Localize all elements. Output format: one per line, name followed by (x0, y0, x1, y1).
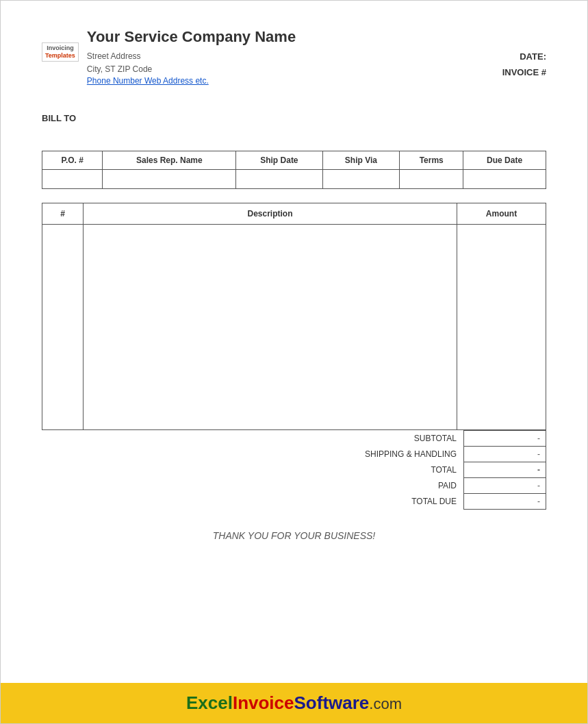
subtotal-row: SUBTOTAL - (355, 431, 546, 447)
ship-via-value[interactable] (322, 170, 400, 189)
thank-you-section: THANK YOU FOR YOUR BUSINESS! (42, 530, 546, 541)
footer-invoice: Invoice (233, 692, 294, 713)
ship-via-header: Ship Via (322, 151, 400, 170)
footer-domain: .com (369, 695, 402, 712)
invoicing-templates-logo: Invoicing Templates (42, 42, 79, 62)
info-table-data-row (42, 170, 546, 189)
date-label: DATE: (520, 51, 546, 62)
company-left: Invoicing Templates Your Service Company… (42, 28, 296, 86)
city-state-zip: City, ST ZIP Code (87, 63, 296, 76)
invoice-field: INVOICE # (502, 64, 546, 80)
paid-row: PAID - (355, 478, 546, 494)
info-table-header-row: P.O. # Sales Rep. Name Ship Date Ship Vi… (42, 151, 546, 170)
total-row: TOTAL - (355, 462, 546, 478)
total-due-row: TOTAL DUE - (355, 494, 546, 510)
shipping-label: SHIPPING & HANDLING (355, 447, 464, 462)
items-table: # Description Amount (42, 203, 546, 430)
invoice-content: Invoicing Templates Your Service Company… (1, 1, 587, 569)
ship-date-value[interactable] (236, 170, 322, 189)
items-header-row: # Description Amount (42, 203, 546, 225)
company-info: Your Service Company Name Street Address… (87, 28, 296, 86)
company-name: Your Service Company Name (87, 28, 296, 46)
header-section: Invoicing Templates Your Service Company… (42, 28, 546, 86)
terms-header: Terms (400, 151, 463, 170)
bill-to-section: BILL TO (42, 113, 546, 123)
totals-section: SUBTOTAL - SHIPPING & HANDLING - TOTAL -… (42, 430, 546, 510)
ship-date-header: Ship Date (236, 151, 322, 170)
footer-brand: ExcelInvoiceSoftware.com (186, 692, 402, 714)
thank-you-text: THANK YOU FOR YOUR BUSINESS! (42, 530, 546, 541)
footer-software: Software (294, 692, 370, 713)
sales-rep-value[interactable] (103, 170, 236, 189)
logo-invoicing: Invoicing (47, 45, 74, 52)
invoice-page: Invoicing Templates Your Service Company… (0, 0, 588, 724)
totals-table: SUBTOTAL - SHIPPING & HANDLING - TOTAL -… (355, 430, 546, 510)
logo-templates: Templates (45, 52, 75, 60)
total-value: - (464, 462, 546, 478)
footer-excel: Excel (186, 692, 233, 713)
bill-to-label: BILL TO (42, 113, 546, 123)
total-label: TOTAL (355, 462, 464, 478)
due-date-header: Due Date (463, 151, 546, 170)
amount-header: Amount (457, 203, 546, 225)
po-value[interactable] (42, 170, 103, 189)
po-header: P.O. # (42, 151, 103, 170)
item-amount[interactable] (457, 225, 546, 430)
logo-area: Invoicing Templates (42, 40, 79, 62)
street-address: Street Address (87, 50, 296, 63)
total-due-value: - (464, 494, 546, 510)
shipping-row: SHIPPING & HANDLING - (355, 447, 546, 462)
description-header: Description (84, 203, 457, 225)
sales-rep-header: Sales Rep. Name (103, 151, 236, 170)
total-due-label: TOTAL DUE (355, 494, 464, 510)
due-date-value[interactable] (463, 170, 546, 189)
info-table: P.O. # Sales Rep. Name Ship Date Ship Vi… (42, 151, 546, 189)
phone-web-link[interactable]: Phone Number Web Address etc. (87, 76, 296, 86)
subtotal-value: - (464, 431, 546, 447)
number-header: # (42, 203, 84, 225)
paid-label: PAID (355, 478, 464, 494)
footer-banner: ExcelInvoiceSoftware.com (1, 683, 587, 723)
subtotal-label: SUBTOTAL (355, 431, 464, 447)
item-description[interactable] (84, 225, 457, 430)
item-row (42, 225, 546, 430)
header-right: DATE: INVOICE # (502, 28, 546, 81)
shipping-value: - (464, 447, 546, 462)
terms-value[interactable] (400, 170, 463, 189)
date-field: DATE: (502, 49, 546, 64)
paid-value: - (464, 478, 546, 494)
invoice-label: INVOICE # (502, 67, 546, 77)
item-number[interactable] (42, 225, 84, 430)
